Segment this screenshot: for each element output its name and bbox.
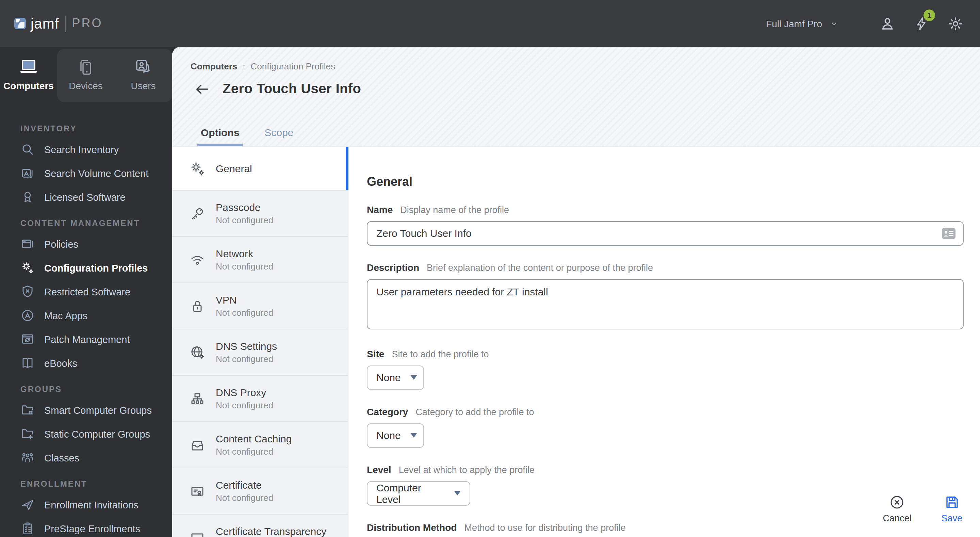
sidebar-item-patch-management[interactable]: Patch Management xyxy=(0,327,172,351)
sidebar-item-label: Mac Apps xyxy=(44,310,88,321)
sidebar: Computers Devices Users INVENTORY xyxy=(0,47,172,537)
cancel-button[interactable]: Cancel xyxy=(883,494,911,523)
description-field-group: Description Brief explanation of the con… xyxy=(367,262,964,332)
ebooks-icon xyxy=(21,356,35,370)
wifi-icon xyxy=(189,252,205,268)
payload-certificate[interactable]: Certificate Not configured xyxy=(172,468,348,515)
tab-computers[interactable]: Computers xyxy=(0,47,57,102)
folder-plus-icon xyxy=(21,427,35,441)
payload-network[interactable]: Network Not configured xyxy=(172,237,348,283)
users-icon xyxy=(134,58,153,76)
sidebar-item-classes[interactable]: Classes xyxy=(0,446,172,470)
gear-icon xyxy=(947,15,964,32)
general-form: General Name Display name of the profile xyxy=(348,147,980,537)
sidebar-item-smart-computer-groups[interactable]: Smart Computer Groups xyxy=(0,398,172,422)
breadcrumb-computers[interactable]: Computers xyxy=(191,61,237,72)
category-help: Category to add the profile to xyxy=(415,407,534,417)
sidebar-item-restricted-software[interactable]: Restricted Software xyxy=(0,280,172,304)
volume-content-icon xyxy=(21,166,35,180)
sidebar-item-prestage-enrollments[interactable]: PreStage Enrollments xyxy=(0,516,172,537)
config-profiles-icon xyxy=(21,261,35,275)
tab-users[interactable]: Users xyxy=(115,47,172,102)
contact-card-icon[interactable] xyxy=(942,228,956,239)
payload-list: General Passcode Not configured xyxy=(172,147,348,537)
payload-title: Certificate xyxy=(216,479,273,491)
payload-title: DNS Settings xyxy=(216,340,277,352)
sidebar-item-label: Configuration Profiles xyxy=(44,262,148,273)
certificate-icon xyxy=(189,483,205,499)
form-actions: Cancel Save xyxy=(883,494,962,523)
section-header-enrollment: ENROLLMENT xyxy=(0,470,172,493)
sidebar-item-licensed-software[interactable]: Licensed Software xyxy=(0,185,172,209)
breadcrumb-configuration-profiles[interactable]: Configuration Profiles xyxy=(251,61,336,72)
payload-title: VPN xyxy=(216,294,273,306)
sidebar-item-ebooks[interactable]: eBooks xyxy=(0,351,172,375)
payload-title: DNS Proxy xyxy=(216,387,273,398)
payload-title: Content Caching xyxy=(216,433,292,445)
category-select[interactable]: None xyxy=(367,423,424,448)
site-select-value: None xyxy=(376,372,401,384)
save-label: Save xyxy=(941,513,962,523)
tab-computers-label: Computers xyxy=(3,80,54,91)
site-help: Site to add the profile to xyxy=(392,349,488,359)
tab-devices[interactable]: Devices xyxy=(57,47,115,102)
notifications-button[interactable]: 1 xyxy=(914,15,929,32)
context-switcher[interactable]: Full Jamf Pro xyxy=(766,18,838,29)
sidebar-item-policies[interactable]: Policies xyxy=(0,232,172,256)
mac-apps-icon xyxy=(21,308,35,323)
sidebar-item-search-volume-content[interactable]: Search Volume Content xyxy=(0,161,172,185)
site-select[interactable]: None xyxy=(367,365,424,390)
payload-status: Not configured xyxy=(216,215,273,225)
level-help: Level at which to apply the profile xyxy=(399,465,535,475)
logo-text-pro: PRO xyxy=(72,16,102,30)
sidebar-item-label: Policies xyxy=(44,239,78,249)
content-tabs: Options Scope xyxy=(201,127,293,146)
payload-dns-settings[interactable]: DNS Settings Not configured xyxy=(172,330,348,376)
payload-general[interactable]: General xyxy=(172,147,348,191)
sidebar-item-enrollment-invitations[interactable]: Enrollment Invitations xyxy=(0,493,172,516)
sidebar-item-configuration-profiles[interactable]: Configuration Profiles xyxy=(0,256,172,280)
level-select[interactable]: Computer Level xyxy=(367,481,470,506)
payload-certificate-transparency[interactable]: Certificate Transparency Not configured xyxy=(172,515,348,537)
payload-dns-proxy[interactable]: DNS Proxy Not configured xyxy=(172,376,348,422)
sidebar-item-static-computer-groups[interactable]: Static Computer Groups xyxy=(0,422,172,446)
category-select-value: None xyxy=(376,430,401,441)
caret-down-icon xyxy=(410,433,417,438)
name-field-group: Name Display name of the profile xyxy=(367,204,964,246)
breadcrumb-separator: : xyxy=(243,61,245,72)
payload-vpn[interactable]: VPN Not configured xyxy=(172,283,348,330)
description-label: Description xyxy=(367,262,419,273)
cancel-label: Cancel xyxy=(883,513,911,523)
tab-devices-label: Devices xyxy=(69,80,103,91)
shield-x-icon xyxy=(21,285,35,299)
account-button[interactable] xyxy=(879,15,896,32)
tab-users-label: Users xyxy=(130,80,156,91)
payload-status: Not configured xyxy=(216,308,273,318)
name-input[interactable] xyxy=(367,221,964,246)
payload-content-caching[interactable]: Content Caching Not configured xyxy=(172,422,348,468)
payload-passcode[interactable]: Passcode Not configured xyxy=(172,191,348,237)
save-button[interactable]: Save xyxy=(941,494,962,523)
sidebar-item-label: Licensed Software xyxy=(44,191,126,202)
tab-scope[interactable]: Scope xyxy=(264,127,293,146)
sidebar-nav: INVENTORY Search Inventory Search Volume… xyxy=(0,102,172,537)
devices-icon xyxy=(77,58,95,76)
sidebar-item-search-inventory[interactable]: Search Inventory xyxy=(0,137,172,161)
sidebar-item-mac-apps[interactable]: Mac Apps xyxy=(0,304,172,327)
chevron-down-icon xyxy=(830,21,838,26)
account-icon xyxy=(879,15,896,32)
sidebar-item-label: Static Computer Groups xyxy=(44,429,150,439)
sidebar-item-label: Enrollment Invitations xyxy=(44,499,138,510)
breadcrumb: Computers : Configuration Profiles xyxy=(191,61,335,72)
gears-icon xyxy=(189,160,205,177)
back-button[interactable] xyxy=(195,83,210,95)
payload-status: Not configured xyxy=(216,354,277,364)
sidebar-item-label: Patch Management xyxy=(44,334,130,345)
distribution-method-field-group: Distribution Method Method to use for di… xyxy=(367,522,964,537)
description-textarea[interactable]: User parameters needed for ZT install xyxy=(367,279,964,330)
site-label: Site xyxy=(367,349,384,359)
sidebar-item-label: Classes xyxy=(44,452,79,463)
sidebar-item-label: PreStage Enrollments xyxy=(44,523,140,534)
settings-button[interactable] xyxy=(947,15,964,32)
tab-options[interactable]: Options xyxy=(201,127,239,146)
